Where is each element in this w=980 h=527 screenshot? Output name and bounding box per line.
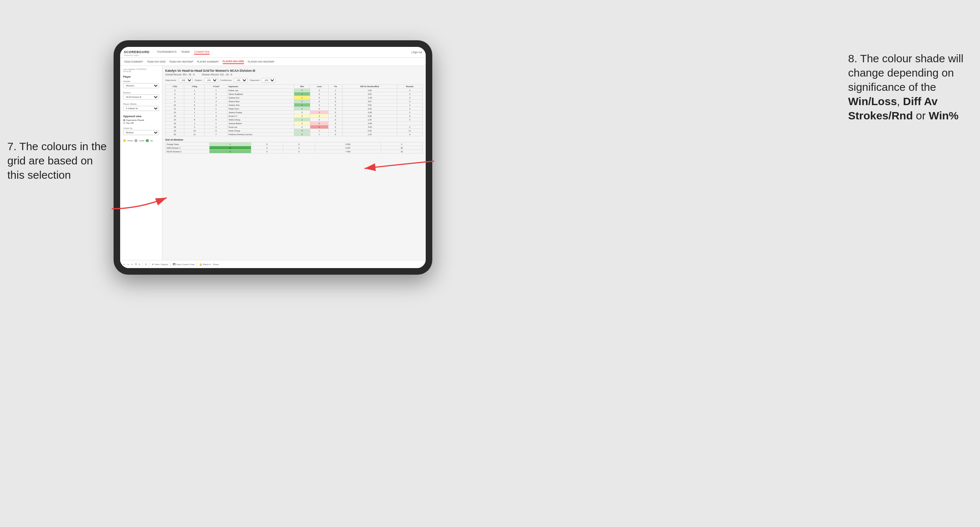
- save-icon: 💾: [173, 263, 175, 265]
- table-row: 1063 Andrea York 2 0 0 4.00 4: [165, 103, 423, 107]
- app-header: SCOREBOARD Powered by clippd TOURNAMENTS…: [120, 47, 426, 58]
- nav-items: TOURNAMENTS TEAMS COMMITTEE: [157, 50, 411, 55]
- grid-title: Katelyn Vo Head-to-Head Grid for Women's…: [165, 69, 423, 73]
- tablet-screen: SCOREBOARD Powered by clippd TOURNAMENTS…: [120, 47, 426, 268]
- table-row: Foreign Team 1 0 0 4.500 2: [165, 143, 423, 146]
- conference-filter-select[interactable]: (All): [234, 78, 248, 83]
- table-row: 1151 Heejo Hyun 1 0 0 3.33 3: [165, 107, 423, 111]
- player-section-title: Player: [123, 75, 159, 78]
- annotation-comma: ,: [897, 95, 903, 107]
- sub-nav-team-h2h-grid[interactable]: TEAM H2H GRID: [147, 60, 165, 64]
- table-row: 1311 Jessica Huang 0 1 0 -3.00 2: [165, 111, 423, 114]
- region-filter-label: Region: [195, 79, 202, 81]
- sign-out-link[interactable]: | Sign out: [411, 51, 422, 54]
- sub-nav-player-summary[interactable]: PLAYER SUMMARY: [197, 60, 219, 64]
- col-opponent: Opponent: [227, 84, 294, 89]
- annotation-bold-3: Win%: [929, 110, 958, 122]
- region-filter-select[interactable]: (All): [204, 78, 218, 83]
- toolbar-divider-2: [149, 262, 150, 267]
- redo-btn[interactable]: ↪: [127, 263, 129, 265]
- table-row: 522 Alexis Sudjianto 1 0 0 4.00 3: [165, 92, 423, 96]
- data-table: # Div # Reg # Conf Opponent Win Loss Tie…: [165, 84, 423, 136]
- annotation-right: 8. The colour shade will change dependin…: [848, 51, 973, 123]
- table-row: 914 Sharon Mun 1 0 0 3.67 3: [165, 100, 423, 103]
- sub-nav: TEAM SUMMARY TEAM H2H GRID TEAM H2H HEAT…: [120, 58, 426, 66]
- gender-label: Gender: [123, 80, 159, 83]
- redo2-btn[interactable]: ↩: [131, 263, 133, 265]
- colour-by-select[interactable]: Win/loss: [123, 130, 159, 135]
- col-conf: # Conf: [205, 84, 228, 89]
- table-row: 311 Esther Lee 1 0 1 1.50 4: [165, 89, 423, 92]
- table-row: 1585 Stella Cheng 1 0 0 1.25 4: [165, 118, 423, 122]
- colour-by-section: Colour by Win/loss: [123, 127, 159, 136]
- sub-nav-player-h2h-heatmap[interactable]: PLAYER H2H HEATMAP: [248, 60, 274, 64]
- annotation-right-text-intro: 8. The colour shade will change dependin…: [848, 52, 964, 93]
- overall-record: Overall Record: 353 - 34 - 6: [165, 73, 194, 76]
- table-row: NCAA Division 2 5 0 0 7.400 10: [165, 150, 423, 154]
- out-of-division-table: Foreign Team 1 0 0 4.500 2 NAIA Division…: [165, 142, 423, 154]
- table-row: 1822 Euna Lee 0 1 0 -5.00 2: [165, 125, 423, 129]
- col-div: # Div: [165, 84, 184, 89]
- sub-nav-team-summary[interactable]: TEAM SUMMARY: [124, 60, 143, 64]
- annotation-left: 7. The colours in the grid are based on …: [7, 139, 110, 182]
- logo-area: SCOREBOARD Powered by clippd: [124, 48, 150, 56]
- tablet-frame: SCOREBOARD Powered by clippd TOURNAMENTS…: [114, 40, 432, 275]
- gender-select[interactable]: Women's: [123, 83, 159, 88]
- col-diff: Diff Av Strokes/Rnd: [342, 84, 397, 89]
- logo-sub: Powered by clippd: [124, 54, 150, 56]
- legend-up-label: Up: [150, 140, 153, 142]
- out-of-division-header: Out of division: [165, 138, 423, 141]
- view-original-btn[interactable]: 👁 View: Original: [152, 264, 168, 265]
- player-rank-select[interactable]: 8. Katelyn Vo: [123, 106, 159, 111]
- copy-btn[interactable]: ⧉: [135, 263, 137, 265]
- share-btn[interactable]: Share: [213, 264, 219, 265]
- col-win: Win: [294, 84, 310, 89]
- watch-btn[interactable]: 🔔 Watch ▾: [199, 263, 211, 265]
- opponents-played-radio[interactable]: Opponents Played: [123, 119, 159, 121]
- toolbar-divider-1: [143, 262, 143, 267]
- conference-filter-label: Conference: [220, 79, 232, 81]
- opponent-view-section: Opponent view Opponents Played Top 100: [123, 115, 159, 124]
- opponent-view-label: Opponent view: [123, 115, 159, 117]
- table-row: 613 Sydney Kuo 1 0 0 -1.00 3: [165, 96, 423, 100]
- table-row: 20117 Federica Domecq Lacroze 2 1 0 1.33…: [165, 133, 423, 136]
- table-row: 1611 Jessica Mason 1 2 0 -0.94: [165, 122, 423, 125]
- division-select[interactable]: NCAA Division III: [123, 94, 159, 100]
- left-panel: Last Updated: 27/03/2024 16:55:38 Player…: [120, 66, 162, 268]
- opponents-played-radio-dot: [123, 119, 125, 121]
- right-content: Katelyn Vo Head-to-Head Grid for Women's…: [162, 66, 426, 268]
- eye-icon: 👁: [152, 264, 154, 265]
- nav-teams[interactable]: TEAMS: [181, 50, 190, 55]
- division-label: Division: [123, 92, 159, 94]
- main-content: Last Updated: 27/03/2024 16:55:38 Player…: [120, 66, 426, 268]
- colour-by-label: Colour by: [123, 127, 159, 129]
- bell-icon: 🔔: [199, 263, 202, 265]
- toolbar-divider-4: [197, 262, 197, 267]
- top100-radio[interactable]: Top 100: [123, 122, 159, 124]
- table-row: NAIA Division 1 15 0 0 9.267 30: [165, 146, 423, 150]
- sub-nav-team-h2h-heatmap[interactable]: TEAM H2H HEATMAP: [169, 60, 193, 64]
- annotation-bold-1: Win/Loss: [848, 95, 897, 107]
- nav-tournaments[interactable]: TOURNAMENTS: [157, 50, 177, 55]
- legend-dot-down: [123, 139, 126, 142]
- filter-row: Opponents: (All) Region (All) Conference…: [165, 78, 423, 83]
- sub-nav-player-h2h-grid[interactable]: PLAYER H2H GRID: [223, 59, 244, 64]
- division-record: Division Record: 331 - 34 - 6: [202, 73, 232, 76]
- annotation-left-text: 7. The colours in the grid are based on …: [7, 140, 107, 181]
- table-row: 19106 Emily Chang 4 1 0 0.30 11: [165, 129, 423, 133]
- refresh-btn[interactable]: ↻: [145, 263, 147, 265]
- nav-committee[interactable]: COMMITTEE: [194, 50, 210, 55]
- legend-dot-level: [134, 139, 137, 142]
- legend-level-label: Level: [139, 140, 144, 142]
- col-reg: # Reg: [184, 84, 205, 89]
- opponent-filter-select[interactable]: (All): [262, 78, 275, 83]
- legend-down-label: Down: [127, 140, 133, 142]
- save-custom-view-btn[interactable]: 💾 Save Custom View: [173, 263, 195, 265]
- col-loss: Loss: [310, 84, 329, 89]
- bottom-toolbar: ↩ ↪ ↩ ⧉ ⎗ ↻ 👁 View: Original 💾 Save Cust…: [120, 260, 426, 268]
- annotation-or: or: [913, 110, 929, 122]
- opponents-filter-select[interactable]: (All): [179, 78, 193, 83]
- undo-btn[interactable]: ↩: [123, 263, 125, 265]
- toolbar-divider-3: [170, 262, 171, 267]
- paste-btn[interactable]: ⎗: [139, 264, 140, 265]
